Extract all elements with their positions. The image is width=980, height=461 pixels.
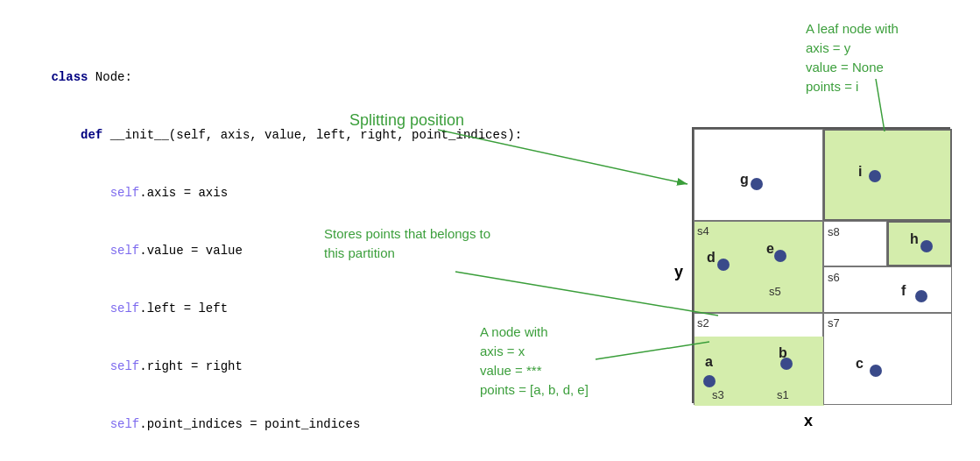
code-line-3: self.axis = axis bbox=[7, 164, 471, 222]
point-h bbox=[920, 240, 933, 252]
annotation-stores: Stores points that belongs to this parti… bbox=[324, 224, 490, 263]
keyword-class: class bbox=[51, 70, 88, 84]
point-c bbox=[870, 365, 882, 377]
self-3: self bbox=[110, 301, 140, 316]
self-5: self bbox=[110, 417, 140, 431]
keyword-def-1: def bbox=[81, 128, 102, 142]
cell-g: g bbox=[694, 129, 823, 221]
label-s6: s6 bbox=[828, 271, 840, 284]
cell-s7: s7 c bbox=[823, 313, 952, 405]
annotation-splitting: Splitting position bbox=[349, 111, 464, 130]
cell-h: h bbox=[887, 221, 952, 266]
cell-s4-area: s4 d e s5 bbox=[694, 221, 823, 313]
point-f bbox=[915, 290, 927, 302]
annotation-leaf: A leaf node with axis = y value = None p… bbox=[806, 19, 899, 96]
label-s1: s1 bbox=[777, 388, 789, 401]
code-line-1: class Node: bbox=[7, 48, 471, 106]
label-f: f bbox=[901, 283, 906, 299]
cell-i: i bbox=[823, 129, 952, 221]
x-axis-label: x bbox=[804, 412, 813, 430]
label-h: h bbox=[910, 231, 919, 247]
label-s5: s5 bbox=[769, 285, 781, 298]
code-line-7: self.point_indices = point_indices bbox=[7, 395, 471, 453]
diagram-container: y g i s8 bbox=[674, 127, 963, 425]
self-4: self bbox=[110, 359, 140, 373]
label-c: c bbox=[856, 356, 864, 372]
point-g bbox=[751, 178, 763, 190]
label-d: d bbox=[707, 250, 716, 266]
label-s4: s4 bbox=[697, 224, 709, 238]
label-g: g bbox=[740, 172, 749, 188]
label-s2: s2 bbox=[697, 316, 709, 330]
label-i: i bbox=[858, 164, 862, 180]
code-line-8 bbox=[7, 453, 471, 461]
page-container: class Node: def __init__(self, axis, val… bbox=[0, 0, 980, 461]
cell-s2: s2 a b s3 s1 bbox=[694, 313, 823, 405]
label-s8: s8 bbox=[828, 225, 840, 238]
point-e bbox=[774, 250, 786, 262]
self-2: self bbox=[110, 244, 140, 258]
label-a: a bbox=[705, 354, 713, 370]
label-e: e bbox=[766, 241, 774, 257]
annotation-node: A node with axis = x value = *** points … bbox=[480, 323, 589, 400]
cell-s6: s6 f bbox=[823, 266, 952, 313]
y-axis-label: y bbox=[674, 263, 683, 281]
code-line-6: self.right = right bbox=[7, 337, 471, 395]
point-a bbox=[703, 375, 716, 387]
cell-s8: s8 bbox=[823, 221, 887, 266]
self-1: self bbox=[110, 186, 140, 200]
point-i bbox=[869, 170, 881, 182]
label-s7: s7 bbox=[828, 316, 840, 330]
label-s3: s3 bbox=[712, 388, 724, 401]
point-b bbox=[780, 358, 793, 370]
code-line-5: self.left = left bbox=[7, 280, 471, 337]
grid-wrapper: g i s8 h s4 bbox=[692, 127, 950, 403]
point-d bbox=[717, 259, 730, 271]
